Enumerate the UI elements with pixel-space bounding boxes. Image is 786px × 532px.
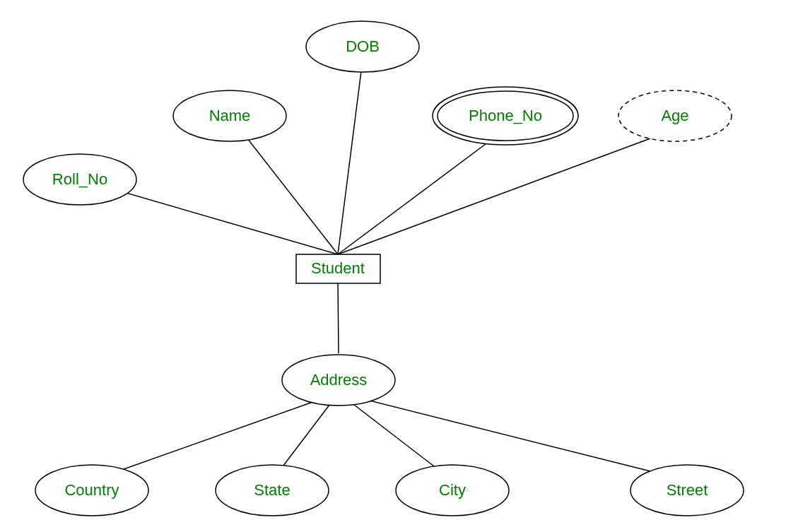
line-student-address xyxy=(338,281,339,353)
line-student-phoneno xyxy=(338,129,505,254)
line-student-dob xyxy=(338,60,363,254)
attr-age-label: Age xyxy=(661,107,688,125)
attr-dob-label: DOB xyxy=(346,37,380,56)
attr-address-label: Address xyxy=(310,371,368,389)
entity-student-label: Student xyxy=(311,259,365,278)
line-address-street xyxy=(339,393,687,480)
attr-state-label: State xyxy=(254,481,290,500)
er-diagram xyxy=(0,0,786,532)
attr-street-label: Street xyxy=(667,481,708,500)
attr-name-label: Name xyxy=(209,107,251,125)
attr-country-label: Country xyxy=(64,481,119,500)
attr-phoneno-label: Phone_No xyxy=(469,107,542,125)
line-address-country xyxy=(92,393,339,480)
attr-rollno-label: Roll_No xyxy=(52,170,107,189)
line-student-age xyxy=(338,129,675,254)
attr-city-label: City xyxy=(439,481,466,500)
